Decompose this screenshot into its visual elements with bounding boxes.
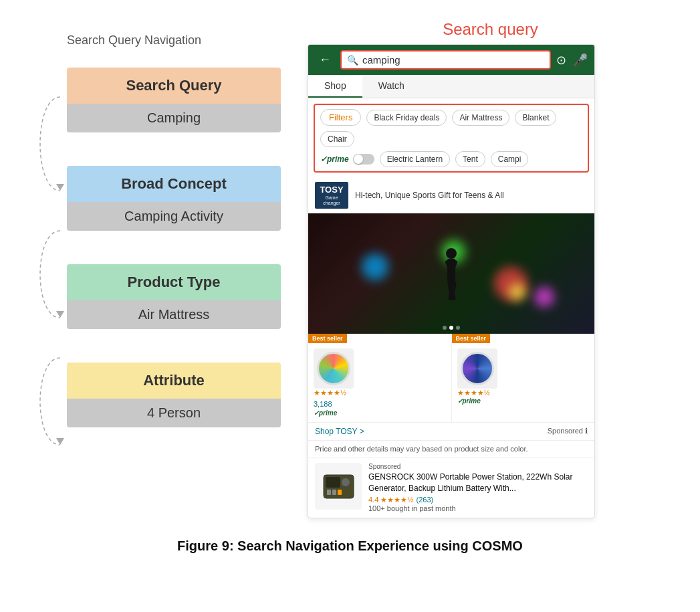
prime-badge-2: ✓prime [457, 397, 590, 405]
hero-dots [443, 326, 460, 330]
light-spot-yellow [509, 284, 526, 300]
svg-rect-12 [327, 490, 331, 495]
best-seller-badge-1: Best seller [308, 334, 347, 343]
ring-product-image-1 [317, 352, 350, 385]
camera-icon[interactable]: ⊙ [556, 53, 566, 68]
tosy-logo: TOSY Game changer [315, 182, 348, 209]
product-rating-count-1: 3,188 [314, 400, 332, 408]
product-thumb-1[interactable] [314, 348, 354, 389]
light-spot-blue [362, 253, 388, 280]
product-thumb-2[interactable] [457, 348, 497, 389]
sponsored-label: Sponsored ℹ [548, 427, 588, 436]
hero-dot-1 [443, 326, 447, 330]
filter-chip-blanket[interactable]: Blanket [515, 110, 556, 126]
left-panel-title: Search Query Navigation [67, 33, 201, 47]
filter-chip-black-friday[interactable]: Black Friday deals [366, 110, 447, 126]
hero-image-area [308, 213, 594, 334]
product-stars-2: ★★★★½ [457, 389, 590, 397]
figure-silhouette [431, 247, 471, 314]
tab-shop[interactable]: Shop [308, 75, 362, 98]
svg-marker-2 [56, 438, 64, 445]
main-container: Search Query Navigation Search Query Cam… [27, 20, 673, 518]
search-query-annotation: Search query [308, 20, 673, 39]
tosy-tagline: Hi-tech, Unique Sports Gift for Teens & … [355, 191, 504, 200]
sponsored-product-rating-row: 4.4 ★★★★½ (263) [368, 496, 588, 504]
product-card-1: Best seller ★★★★½ 3,188 ✓prime [308, 334, 452, 422]
svg-rect-10 [326, 477, 340, 488]
sponsored-product-review-count[interactable]: (263) [417, 496, 434, 504]
filter-row: Filters Black Friday deals Air Mattress … [314, 104, 589, 173]
svg-point-3 [446, 248, 457, 259]
power-station-svg [320, 468, 357, 505]
svg-point-11 [342, 478, 350, 486]
product-type-value: Air Mattress [67, 300, 281, 329]
svg-marker-0 [56, 184, 64, 191]
svg-rect-14 [338, 490, 342, 495]
svg-marker-1 [56, 311, 64, 318]
search-icon: 🔍 [347, 55, 358, 66]
price-notice: Price and other details may vary based o… [308, 441, 594, 457]
broad-concept-value: Camping Activity [67, 202, 281, 231]
svg-rect-13 [332, 490, 336, 495]
sponsored-product-stars: 4.4 ★★★★½ [368, 496, 414, 504]
sponsored-product: Sponsored GENSROCK 300W Portable Power S… [308, 457, 594, 518]
filters-button[interactable]: Filters [320, 109, 361, 126]
attribute-value: 4 Person [67, 399, 281, 427]
amazon-nav-tabs: Shop Watch Navigation Bar [308, 75, 594, 98]
search-query-block: Search Query Camping [67, 68, 281, 132]
attribute-header: Attribute [67, 363, 281, 399]
filter-chip-campi[interactable]: Campi [491, 151, 529, 167]
filter-row-bottom: ✓prime Electric Lantern Tent Campi [320, 151, 582, 167]
product-type-header: Product Type [67, 264, 281, 300]
shop-tosy-row: Shop TOSY > Sponsored ℹ [308, 423, 594, 441]
prime-text: ✓prime [320, 155, 349, 164]
filter-chip-air-mattress[interactable]: Air Mattress [452, 110, 509, 126]
sponsored-product-title[interactable]: GENSROCK 300W Portable Power Station, 22… [368, 472, 588, 494]
filter-chip-tent[interactable]: Tent [455, 151, 485, 167]
left-panel: Search Query Navigation Search Query Cam… [27, 20, 281, 461]
search-query-value: Camping [67, 104, 281, 132]
attribute-block: Attribute 4 Person [67, 363, 281, 427]
light-spot-purple [534, 287, 554, 307]
best-seller-badge-2: Best seller [452, 334, 491, 343]
sponsored-product-image[interactable] [315, 463, 362, 510]
sponsored-product-info: Sponsored GENSROCK 300W Portable Power S… [368, 463, 588, 512]
tosy-banner: TOSY Game changer Hi-tech, Unique Sports… [308, 178, 594, 213]
figure-caption: Figure 9: Search Navigation Experience u… [177, 538, 523, 554]
sponsored-tag: Sponsored [368, 463, 588, 470]
amazon-search-bar: ← 🔍 camping ⊙ 🎤 [308, 45, 594, 75]
search-input-wrapper: 🔍 camping [340, 50, 551, 70]
search-input-text[interactable]: camping [362, 54, 544, 66]
products-row: Best seller ★★★★½ 3,188 ✓prime Best sell… [308, 334, 594, 423]
mic-icon[interactable]: 🎤 [573, 53, 588, 68]
shop-tosy-link[interactable]: Shop TOSY > [315, 427, 364, 436]
right-panel: Search query ← 🔍 camping ⊙ 🎤 Shop Watch … [308, 20, 673, 518]
ring-product-image-2 [461, 352, 494, 385]
broad-concept-header: Broad Concept [67, 166, 281, 202]
product-type-block: Product Type Air Mattress [67, 264, 281, 329]
tab-watch[interactable]: Watch [362, 75, 421, 98]
filter-row-top: Filters Black Friday deals Air Mattress … [320, 109, 582, 147]
search-query-header: Search Query [67, 68, 281, 104]
prime-badge-1: ✓prime [314, 409, 446, 417]
toggle-knob [354, 155, 363, 164]
amazon-ui-mockup: ← 🔍 camping ⊙ 🎤 Shop Watch Navigation Ba… [308, 44, 595, 518]
prime-toggle[interactable] [353, 154, 374, 165]
search-icons-right: ⊙ 🎤 [556, 53, 588, 68]
filter-chip-chair[interactable]: Chair [320, 131, 354, 147]
filter-chip-electric-lantern[interactable]: Electric Lantern [380, 151, 450, 167]
product-card-2: Best seller ★★★★½ ✓prime [452, 334, 595, 422]
product-stars-1: ★★★★½ [314, 389, 446, 397]
back-button[interactable]: ← [315, 52, 335, 68]
prime-toggle-wrapper: ✓prime [320, 154, 374, 165]
hero-dot-3 [456, 326, 460, 330]
hero-dot-2 [449, 326, 453, 330]
broad-concept-block: Broad Concept Camping Activity [67, 166, 281, 231]
bought-text: 100+ bought in past month [368, 504, 588, 512]
